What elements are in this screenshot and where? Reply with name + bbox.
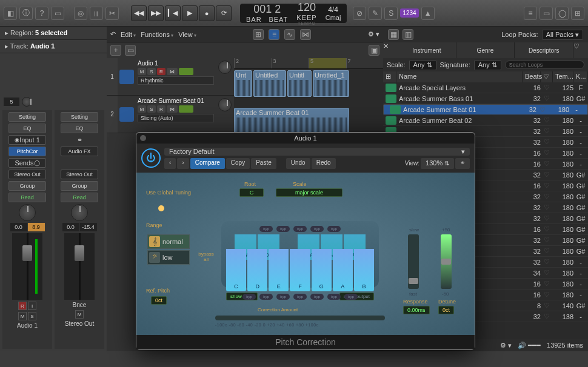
automation-mode[interactable]: Read	[8, 193, 46, 202]
small-knob[interactable]	[22, 97, 32, 107]
bounce-button[interactable]: Bnce	[73, 302, 87, 308]
record-button[interactable]: ●	[199, 5, 215, 21]
track-name[interactable]: Arcade Summer Beat 01	[138, 98, 214, 104]
bypass-button[interactable]: byp	[276, 226, 290, 232]
bypass-button[interactable]: byp	[293, 226, 307, 232]
tab-genre[interactable]: Genre	[456, 42, 515, 58]
sends-slot[interactable]: Sends ◯	[8, 158, 46, 168]
loop-row[interactable]: Arcade Summer Beat 0232♡180-	[383, 115, 588, 126]
setting-button[interactable]: Setting	[61, 112, 98, 122]
volume-icon[interactable]: 🔊 ━━━	[518, 342, 541, 349]
rewind-button[interactable]: ◀◀	[131, 5, 147, 21]
redo-button[interactable]: Redo	[312, 158, 336, 169]
time-sig[interactable]: 4/4	[328, 5, 338, 14]
signature-select[interactable]: Any ⇅	[474, 60, 501, 70]
track-name[interactable]: Audio 1	[138, 60, 214, 67]
pan-knob[interactable]	[71, 204, 88, 221]
ref-pitch-value[interactable]: 0ct	[151, 296, 167, 305]
volume-fader[interactable]	[12, 233, 42, 300]
bypass-all[interactable]: bypass all	[197, 251, 215, 262]
library-icon[interactable]: ◧	[4, 7, 17, 20]
browser-mode-icon[interactable]: ▦	[388, 29, 399, 40]
insert-slot[interactable]: Audio FX	[61, 147, 98, 156]
preset-select[interactable]: Factory Default▾	[164, 148, 470, 156]
range-normal[interactable]: 𝄞normal	[147, 234, 190, 249]
mute-button[interactable]: M	[75, 310, 84, 319]
pan-knob[interactable]	[19, 204, 36, 221]
volume-fader[interactable]	[64, 233, 95, 300]
track-row[interactable]: 2 Arcade Summer Beat 01 MSR⋈ Slicing (Au…	[107, 96, 234, 133]
enable-toggle[interactable]	[179, 105, 193, 113]
loop-row[interactable]: Arcade Summer Bass 0132♡180G#	[383, 93, 588, 104]
compare-button[interactable]: Compare	[190, 158, 225, 169]
enable-toggle[interactable]	[179, 68, 193, 75]
root-value[interactable]: C	[239, 188, 264, 197]
mixer-icon[interactable]: ⫼	[90, 7, 103, 20]
key-A[interactable]: A	[333, 249, 353, 291]
plugin-window[interactable]: Audio 1 ⏻ Factory Default▾ ‹ › Compare C…	[136, 132, 475, 350]
catch-icon[interactable]: ▣	[369, 45, 379, 56]
toolbar-icon[interactable]: ▭	[51, 7, 64, 20]
view-mode-icon[interactable]: ≡	[269, 29, 279, 40]
tab-descriptors[interactable]: Descriptors	[515, 42, 573, 58]
ruler[interactable]: 2357	[234, 58, 383, 69]
autopunch-icon[interactable]: ✎	[369, 7, 382, 20]
output-slot[interactable]: Stereo Out	[8, 170, 46, 179]
notepad-icon[interactable]: ▭	[540, 7, 553, 20]
track-info[interactable]: ▸ Track: Audio 1	[0, 40, 107, 53]
functions-menu[interactable]: Functions	[141, 31, 173, 38]
metronome-icon[interactable]: ▲	[421, 7, 435, 20]
position[interactable]: 001 2	[253, 3, 281, 16]
flex-mode[interactable]: Rhythmic	[138, 76, 214, 85]
plugin-titlebar[interactable]: Audio 1	[136, 133, 475, 144]
region-info[interactable]: ▸ Region: 5 selected	[0, 27, 107, 40]
duplicate-icon[interactable]: ▭	[125, 45, 136, 56]
gear-icon[interactable]: ⚙ ▾	[368, 30, 379, 38]
bypass-button[interactable]: byp	[242, 294, 256, 300]
browser-icon[interactable]: ⊞	[571, 7, 584, 20]
next-button[interactable]: ›	[177, 158, 189, 169]
setting-button[interactable]: Setting	[8, 112, 46, 122]
solo-icon[interactable]: S	[384, 7, 398, 20]
editors-icon[interactable]: ✂	[105, 7, 119, 20]
count-in[interactable]: 1234	[400, 8, 418, 18]
view-menu[interactable]: View	[178, 31, 196, 38]
response-value[interactable]: 0.00ms	[403, 306, 430, 314]
bypass-button[interactable]: byp	[259, 294, 273, 300]
paste-button[interactable]: Paste	[251, 158, 276, 169]
mute-button[interactable]: M	[18, 312, 27, 320]
audio-region[interactable]: Unt	[234, 70, 252, 97]
audio-region[interactable]: Untitled	[253, 70, 286, 97]
flex-icon[interactable]: ⋈	[167, 68, 178, 75]
group-slot[interactable]: Group	[8, 181, 46, 191]
scale-select[interactable]: Any ⇅	[409, 60, 436, 70]
input-slot[interactable]: ◉ Input 1	[8, 135, 46, 145]
link-button[interactable]: ⚭	[455, 158, 470, 169]
output-slot[interactable]: Stereo Out	[61, 170, 98, 179]
smart-controls-icon[interactable]: ◎	[74, 7, 87, 20]
bypass-button[interactable]: byp	[344, 294, 358, 300]
key-G[interactable]: G	[312, 249, 332, 291]
scale-value[interactable]: major scale	[276, 188, 342, 197]
bypass-button[interactable]: byp	[310, 226, 324, 232]
grid-icon[interactable]: ⊞	[253, 29, 264, 40]
flex-mode[interactable]: Slicing (Auto)	[138, 114, 214, 122]
key-C[interactable]: C	[226, 249, 246, 291]
bypass-button[interactable]: byp	[259, 226, 273, 232]
edit-menu[interactable]: Edit	[121, 31, 136, 38]
key-B[interactable]: B	[354, 249, 374, 291]
loop-browser-icon[interactable]: ◯	[555, 7, 569, 20]
track-knob[interactable]	[218, 61, 232, 74]
list-editors-icon[interactable]: ≡	[524, 7, 537, 20]
range-low[interactable]: 𝄢low	[147, 250, 190, 265]
key-E[interactable]: E	[269, 249, 289, 291]
rec-enable[interactable]: R	[18, 302, 27, 310]
loop-row[interactable]: Arcade Special Layers16♡125F	[383, 82, 588, 93]
insert-slot[interactable]: PitchCor	[8, 147, 46, 156]
bypass-button[interactable]: byp	[293, 294, 307, 300]
tempo[interactable]: 120	[298, 1, 316, 14]
cycle-button[interactable]: ⟳	[216, 5, 232, 21]
detune-value[interactable]: 0ct	[438, 306, 454, 314]
bypass-button[interactable]: byp	[310, 294, 324, 300]
copy-button[interactable]: Copy	[226, 158, 250, 169]
